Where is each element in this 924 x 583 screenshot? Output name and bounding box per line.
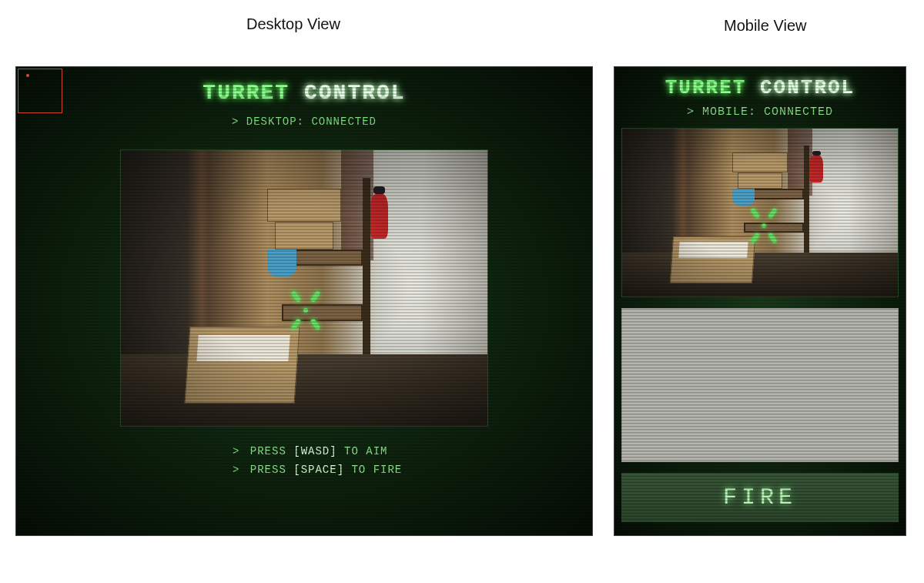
instruction-aim: > PRESS [WASD] TO AIM	[233, 445, 488, 457]
app-title-part2: CONTROL	[304, 81, 406, 105]
mobile-panel: TURRET CONTROL > MOBILE: CONNECTED	[614, 66, 906, 536]
instruction-fire: > PRESS [SPACE] TO FIRE	[233, 464, 488, 476]
app-title: TURRET CONTROL	[16, 81, 592, 105]
connection-status: > DESKTOP: CONNECTED	[16, 116, 592, 128]
camera-scene	[121, 150, 487, 426]
app-title: TURRET CONTROL	[614, 76, 906, 99]
connection-status: > MOBILE: CONNECTED	[614, 106, 906, 119]
desktop-view-heading: Desktop View	[246, 15, 340, 33]
mobile-view-heading: Mobile View	[724, 17, 806, 35]
diagnostic-overlay-box	[18, 69, 62, 113]
aim-touchpad[interactable]	[621, 308, 899, 462]
app-title-part1: TURRET	[203, 81, 290, 105]
app-title-part2: CONTROL	[760, 76, 855, 99]
app-title-part1: TURRET	[665, 76, 747, 99]
diagnostic-dot-icon	[26, 74, 29, 77]
desktop-panel: TURRET CONTROL > DESKTOP: CONNECTED	[15, 66, 593, 536]
fire-button[interactable]: FIRE	[621, 473, 899, 522]
camera-feed[interactable]	[120, 149, 488, 427]
instructions: > PRESS [WASD] TO AIM > PRESS [SPACE] TO…	[120, 445, 488, 476]
camera-scene	[622, 129, 898, 297]
camera-feed[interactable]	[621, 128, 899, 297]
